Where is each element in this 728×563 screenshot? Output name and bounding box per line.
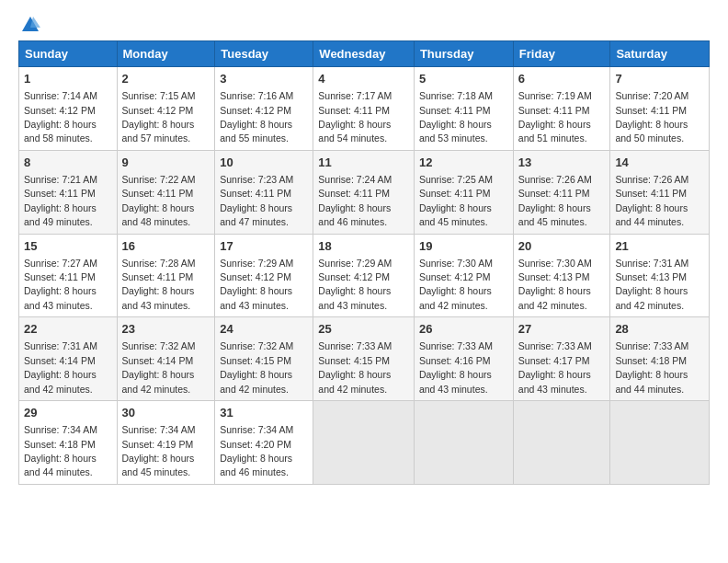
calendar-cell: 24 Sunrise: 7:32 AMSunset: 4:15 PMDaylig… [215,317,313,401]
day-number: 15 [24,238,112,255]
calendar-cell: 12 Sunrise: 7:25 AMSunset: 4:11 PMDaylig… [414,150,513,234]
calendar-cell: 22 Sunrise: 7:31 AMSunset: 4:14 PMDaylig… [19,317,118,401]
day-info: Sunrise: 7:34 AMSunset: 4:20 PMDaylight:… [220,424,293,477]
day-info: Sunrise: 7:24 AMSunset: 4:11 PMDaylight:… [318,174,392,227]
day-header-tuesday: Tuesday [215,41,313,67]
day-header-friday: Friday [513,41,610,67]
calendar-cell: 2 Sunrise: 7:15 AMSunset: 4:12 PMDayligh… [117,67,215,151]
day-info: Sunrise: 7:34 AMSunset: 4:19 PMDaylight:… [122,424,196,477]
day-number: 14 [615,155,704,171]
day-info: Sunrise: 7:26 AMSunset: 4:11 PMDaylight:… [518,174,592,227]
calendar-cell: 1 Sunrise: 7:14 AMSunset: 4:12 PMDayligh… [19,67,118,151]
calendar-week-row: 22 Sunrise: 7:31 AMSunset: 4:14 PMDaylig… [19,317,710,401]
day-number: 23 [122,321,210,338]
header [18,15,710,35]
day-info: Sunrise: 7:27 AMSunset: 4:11 PMDaylight:… [24,258,97,311]
calendar-cell: 8 Sunrise: 7:21 AMSunset: 4:11 PMDayligh… [19,150,118,234]
day-number: 25 [318,321,409,338]
day-info: Sunrise: 7:21 AMSunset: 4:11 PMDaylight:… [24,174,97,227]
calendar-cell [414,401,513,485]
calendar-week-row: 15 Sunrise: 7:27 AMSunset: 4:11 PMDaylig… [19,234,710,317]
day-info: Sunrise: 7:20 AMSunset: 4:11 PMDaylight:… [615,90,688,144]
day-number: 26 [419,321,508,338]
calendar-cell: 20 Sunrise: 7:30 AMSunset: 4:13 PMDaylig… [513,234,610,317]
day-header-monday: Monday [117,41,215,67]
day-info: Sunrise: 7:15 AMSunset: 4:12 PMDaylight:… [122,90,196,144]
calendar-cell: 25 Sunrise: 7:33 AMSunset: 4:15 PMDaylig… [313,317,415,401]
calendar-cell: 26 Sunrise: 7:33 AMSunset: 4:16 PMDaylig… [414,317,513,401]
day-number: 8 [24,155,112,171]
calendar-cell: 9 Sunrise: 7:22 AMSunset: 4:11 PMDayligh… [117,150,215,234]
day-number: 3 [220,71,308,87]
day-number: 29 [24,405,112,421]
day-number: 17 [220,238,308,255]
calendar-cell: 13 Sunrise: 7:26 AMSunset: 4:11 PMDaylig… [513,150,610,234]
day-number: 19 [419,238,508,255]
calendar-cell: 7 Sunrise: 7:20 AMSunset: 4:11 PMDayligh… [610,67,710,151]
calendar-week-row: 29 Sunrise: 7:34 AMSunset: 4:18 PMDaylig… [19,401,710,485]
day-number: 27 [518,321,606,338]
calendar-cell: 16 Sunrise: 7:28 AMSunset: 4:11 PMDaylig… [117,234,215,317]
day-number: 9 [122,155,210,171]
day-number: 13 [518,155,606,171]
calendar-table: SundayMondayTuesdayWednesdayThursdayFrid… [18,40,710,485]
day-number: 16 [122,238,210,255]
calendar-header-row: SundayMondayTuesdayWednesdayThursdayFrid… [19,41,710,67]
day-number: 7 [615,71,704,87]
day-info: Sunrise: 7:34 AMSunset: 4:18 PMDaylight:… [24,424,97,477]
day-number: 28 [615,321,704,338]
day-number: 10 [220,155,308,171]
calendar-cell: 21 Sunrise: 7:31 AMSunset: 4:13 PMDaylig… [610,234,710,317]
day-info: Sunrise: 7:33 AMSunset: 4:17 PMDaylight:… [518,340,592,394]
day-number: 1 [24,71,112,87]
calendar-cell: 14 Sunrise: 7:26 AMSunset: 4:11 PMDaylig… [610,150,710,234]
calendar-cell: 19 Sunrise: 7:30 AMSunset: 4:12 PMDaylig… [414,234,513,317]
day-info: Sunrise: 7:16 AMSunset: 4:12 PMDaylight:… [220,90,293,144]
day-number: 22 [24,321,112,338]
day-number: 12 [419,155,508,171]
calendar-week-row: 1 Sunrise: 7:14 AMSunset: 4:12 PMDayligh… [19,67,710,151]
day-info: Sunrise: 7:32 AMSunset: 4:15 PMDaylight:… [220,340,293,394]
calendar-cell: 11 Sunrise: 7:24 AMSunset: 4:11 PMDaylig… [313,150,415,234]
day-number: 4 [318,71,409,87]
calendar-cell: 29 Sunrise: 7:34 AMSunset: 4:18 PMDaylig… [19,401,118,485]
day-number: 6 [518,71,606,87]
calendar-cell [513,401,610,485]
day-number: 21 [615,238,704,255]
day-number: 30 [122,405,210,421]
calendar-cell: 10 Sunrise: 7:23 AMSunset: 4:11 PMDaylig… [215,150,313,234]
day-info: Sunrise: 7:30 AMSunset: 4:13 PMDaylight:… [518,258,592,311]
day-info: Sunrise: 7:14 AMSunset: 4:12 PMDaylight:… [24,90,97,144]
calendar-cell: 31 Sunrise: 7:34 AMSunset: 4:20 PMDaylig… [215,401,313,485]
calendar-cell [610,401,710,485]
day-info: Sunrise: 7:29 AMSunset: 4:12 PMDaylight:… [220,258,293,311]
calendar-cell: 23 Sunrise: 7:32 AMSunset: 4:14 PMDaylig… [117,317,215,401]
day-header-thursday: Thursday [414,41,513,67]
day-info: Sunrise: 7:28 AMSunset: 4:11 PMDaylight:… [122,258,196,311]
day-info: Sunrise: 7:31 AMSunset: 4:14 PMDaylight:… [24,340,97,394]
day-info: Sunrise: 7:32 AMSunset: 4:14 PMDaylight:… [122,340,196,394]
day-info: Sunrise: 7:31 AMSunset: 4:13 PMDaylight:… [615,258,688,311]
calendar-cell: 15 Sunrise: 7:27 AMSunset: 4:11 PMDaylig… [19,234,118,317]
day-info: Sunrise: 7:33 AMSunset: 4:18 PMDaylight:… [615,340,688,394]
day-number: 24 [220,321,308,338]
calendar-cell: 6 Sunrise: 7:19 AMSunset: 4:11 PMDayligh… [513,67,610,151]
day-header-wednesday: Wednesday [313,41,415,67]
day-info: Sunrise: 7:17 AMSunset: 4:11 PMDaylight:… [318,90,392,144]
day-number: 11 [318,155,409,171]
day-info: Sunrise: 7:22 AMSunset: 4:11 PMDaylight:… [122,174,196,227]
day-info: Sunrise: 7:29 AMSunset: 4:12 PMDaylight:… [318,258,392,311]
day-number: 31 [220,405,308,421]
day-header-saturday: Saturday [610,41,710,67]
calendar-cell [313,401,415,485]
day-info: Sunrise: 7:33 AMSunset: 4:15 PMDaylight:… [318,340,392,394]
day-number: 18 [318,238,409,255]
day-number: 20 [518,238,606,255]
day-info: Sunrise: 7:33 AMSunset: 4:16 PMDaylight:… [419,340,493,394]
logo [18,15,40,35]
calendar-cell: 30 Sunrise: 7:34 AMSunset: 4:19 PMDaylig… [117,401,215,485]
day-header-sunday: Sunday [19,41,118,67]
day-info: Sunrise: 7:23 AMSunset: 4:11 PMDaylight:… [220,174,293,227]
day-info: Sunrise: 7:30 AMSunset: 4:12 PMDaylight:… [419,258,493,311]
svg-marker-1 [30,17,40,28]
